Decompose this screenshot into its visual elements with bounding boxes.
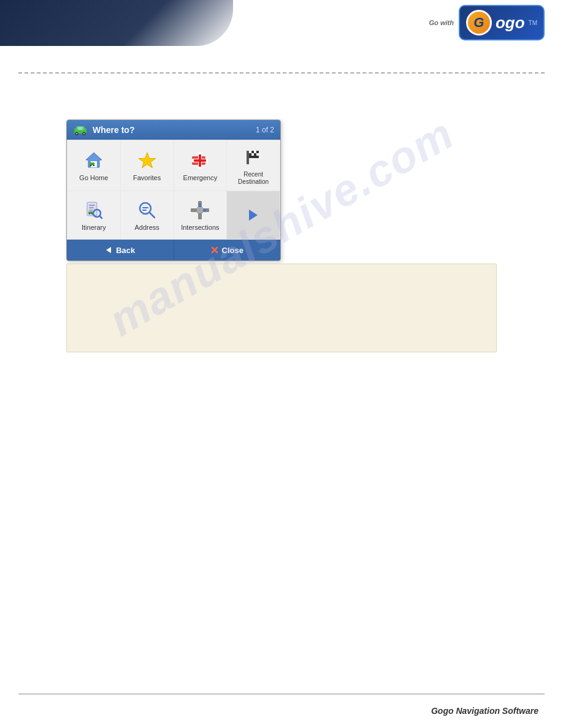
- address-label: Address: [134, 224, 159, 232]
- svg-rect-30: [89, 207, 94, 208]
- logo-g-circle: G: [466, 10, 492, 36]
- logo-go-with-text: Go with: [429, 19, 454, 26]
- svg-rect-43: [197, 207, 203, 213]
- itinerary-button[interactable]: Itinerary: [67, 191, 120, 239]
- svg-rect-27: [256, 153, 259, 156]
- close-icon: [211, 246, 218, 254]
- next-page-button[interactable]: [227, 191, 280, 239]
- widget-title: Where to?: [93, 125, 251, 135]
- svg-rect-26: [254, 153, 256, 156]
- close-button[interactable]: Close: [174, 240, 281, 260]
- intersections-icon: [189, 199, 211, 221]
- logo-box: G ogo TM: [459, 5, 545, 40]
- footer-text: Gogo Navigation Software: [431, 706, 538, 716]
- svg-point-10: [90, 165, 91, 166]
- back-button[interactable]: Back: [67, 240, 174, 260]
- widget-header: Where to? 1 of 2: [67, 120, 280, 140]
- recent-destination-button[interactable]: Recent Destination: [227, 140, 280, 191]
- favorites-button[interactable]: Favorites: [121, 140, 174, 191]
- page-indicator: 1 of 2: [256, 126, 274, 134]
- svg-rect-40: [142, 210, 147, 211]
- header-divider: [18, 72, 545, 74]
- emergency-button[interactable]: Emergency: [174, 140, 227, 191]
- widget-bottom-bar: Back Close: [67, 240, 280, 260]
- favorites-label: Favorites: [133, 174, 161, 182]
- intersections-button[interactable]: Intersections: [174, 191, 227, 239]
- header: Go with G ogo TM: [0, 0, 563, 52]
- navigation-widget: Where to? 1 of 2 Go Home: [66, 119, 281, 261]
- svg-point-35: [89, 213, 90, 214]
- go-home-label: Go Home: [79, 174, 108, 182]
- recent-destination-label: Recent Destination: [238, 171, 269, 186]
- back-label: Back: [116, 246, 135, 255]
- emergency-label: Emergency: [183, 174, 218, 182]
- itinerary-label: Itinerary: [82, 224, 106, 232]
- svg-rect-21: [251, 151, 254, 153]
- favorites-icon: [136, 150, 158, 172]
- svg-rect-39: [142, 207, 148, 208]
- svg-rect-22: [254, 151, 256, 153]
- recent-destination-icon: [242, 146, 264, 169]
- header-dark-shape: [0, 0, 233, 46]
- footer-divider: [18, 694, 545, 694]
- address-button[interactable]: Address: [121, 191, 174, 239]
- emergency-icon: [189, 150, 211, 172]
- svg-rect-18: [247, 151, 249, 164]
- svg-rect-31: [89, 210, 93, 211]
- back-arrow-icon: [105, 246, 112, 254]
- svg-rect-23: [256, 151, 259, 153]
- car-icon: [73, 124, 88, 135]
- svg-point-5: [76, 133, 77, 134]
- svg-rect-24: [249, 153, 251, 156]
- svg-rect-29: [89, 205, 95, 206]
- itinerary-icon: [83, 199, 105, 221]
- svg-marker-12: [139, 153, 156, 168]
- logo-tm-text: TM: [529, 20, 537, 26]
- svg-point-36: [91, 213, 93, 214]
- close-label: Close: [222, 246, 243, 255]
- logo-ogo-text: ogo: [496, 13, 525, 32]
- svg-rect-4: [78, 127, 83, 130]
- logo-area: Go with G ogo TM: [429, 5, 545, 40]
- svg-line-38: [150, 213, 155, 218]
- svg-marker-47: [106, 247, 111, 253]
- next-arrow-icon: [247, 208, 260, 222]
- svg-rect-34: [88, 211, 93, 214]
- info-box: [66, 264, 497, 352]
- widget-grid: Go Home Favorites: [67, 140, 280, 240]
- svg-rect-20: [249, 151, 251, 153]
- svg-rect-17: [194, 159, 206, 162]
- svg-point-11: [93, 165, 94, 166]
- svg-rect-25: [251, 153, 254, 156]
- svg-line-33: [99, 216, 102, 219]
- address-icon: [136, 199, 158, 221]
- svg-marker-46: [249, 210, 258, 221]
- go-home-button[interactable]: Go Home: [67, 140, 120, 191]
- svg-point-6: [83, 133, 85, 134]
- intersections-label: Intersections: [181, 224, 219, 232]
- go-home-icon: [83, 150, 105, 172]
